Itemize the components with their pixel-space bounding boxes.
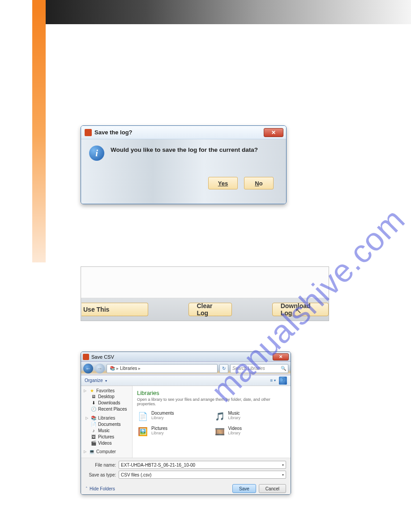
videos-icon: 🎞️ — [214, 426, 226, 438]
desktop-icon: 🖥 — [91, 394, 96, 399]
log-area — [81, 267, 329, 298]
view-mode-button[interactable]: ≡▾ — [269, 377, 277, 385]
dropdown-caret-icon: ▾ — [282, 473, 284, 477]
lib-icon: 📚 — [110, 366, 115, 371]
explorer-content: Libraries Open a library to see your fil… — [133, 386, 291, 458]
favorites-header[interactable]: ▷★ Favorites — [84, 388, 129, 393]
file-name-label: File name: — [86, 463, 116, 468]
dialog-message: Would you like to save the log for the c… — [111, 146, 258, 153]
content-heading: Libraries — [137, 390, 286, 396]
no-button[interactable]: No — [244, 177, 274, 189]
cursor-icon: ↖ — [295, 306, 302, 316]
pictures-icon: 🖼️ — [137, 426, 149, 438]
info-icon: i — [89, 146, 104, 161]
file-name-input[interactable]: EXT-UHDA-HBT2-S_06-21-16_10-00 ▾ — [119, 461, 286, 469]
sidebar-item-videos[interactable]: 🎬Videos — [84, 440, 129, 446]
organize-bar: Organize ▾ ≡▾ ? — [81, 375, 291, 386]
breadcrumb[interactable]: 📚 ▸ Libraries ▸ — [107, 364, 218, 373]
documents-icon: 📄 — [91, 421, 96, 427]
refresh-button[interactable]: ↻ — [219, 364, 228, 373]
libraries-header[interactable]: ▷📚 Libraries — [84, 415, 129, 421]
close-button[interactable]: ✕ — [264, 128, 283, 137]
sidebar-item-pictures[interactable]: 🖼Pictures — [84, 433, 129, 440]
save-csv-title: Save CSV — [91, 354, 273, 360]
music-icon: 🎵 — [214, 411, 226, 422]
library-item-music[interactable]: 🎵 MusicLibrary — [214, 411, 287, 422]
hide-folders-label: Hide Folders — [90, 486, 115, 491]
search-input[interactable]: Search Libraries 🔍 — [230, 364, 288, 373]
no-button-underline: N — [255, 180, 259, 187]
breadcrumb-caret: ▸ — [116, 366, 119, 371]
dropdown-caret-icon: ▾ — [282, 463, 284, 467]
sidebar-item-desktop[interactable]: 🖥Desktop — [84, 393, 129, 399]
app-icon — [85, 129, 92, 136]
downloads-icon: ⬇ — [91, 400, 96, 405]
search-placeholder: Search Libraries — [232, 366, 265, 371]
documents-icon: 📄 — [137, 411, 149, 422]
hide-folders-button[interactable]: ˄ Hide Folders — [86, 486, 115, 491]
star-icon: ★ — [89, 388, 94, 393]
close-button[interactable]: ✕ — [273, 353, 289, 360]
save-type-label: Save as type: — [86, 472, 116, 477]
library-item-documents[interactable]: 📄 DocumentsLibrary — [137, 411, 210, 422]
file-name-value: EXT-UHDA-HBT2-S_06-21-16_10-00 — [121, 463, 195, 468]
explorer-nav-bar: ← → 📚 ▸ Libraries ▸ ↻ Search Libraries 🔍 — [81, 362, 291, 375]
sidebar-item-documents[interactable]: 📄Documents — [84, 421, 129, 427]
favorites-label: Favorites — [96, 388, 115, 393]
save-csv-dialog: Save CSV ✕ ← → 📚 ▸ Libraries ▸ ↻ Search … — [81, 352, 291, 495]
save-button[interactable]: Save — [232, 484, 256, 493]
sidebar-item-music[interactable]: ♪Music — [84, 427, 129, 433]
sidebar-orange-strip — [32, 7, 46, 262]
nav-forward-button[interactable]: → — [95, 364, 105, 373]
yes-button[interactable]: Yes — [208, 177, 238, 189]
breadcrumb-caret: ▸ — [138, 366, 141, 371]
save-log-dialog: Save the log? ✕ i Would you like to save… — [81, 125, 287, 204]
organize-button[interactable]: Organize ▾ — [85, 378, 107, 383]
breadcrumb-label: Libraries — [120, 366, 137, 371]
help-icon[interactable]: ? — [279, 377, 287, 385]
libraries-icon: 📚 — [91, 415, 96, 420]
dialog-footer: ˄ Hide Folders Save Cancel — [81, 482, 291, 495]
chevron-up-icon: ˄ — [86, 486, 88, 491]
no-button-rest: o — [259, 180, 263, 187]
content-subheading: Open a library to see your files and arr… — [137, 397, 286, 406]
save-type-select[interactable]: CSV files (.csv) ▾ — [119, 471, 286, 479]
recent-icon: 🕘 — [91, 406, 96, 412]
cancel-button[interactable]: Cancel — [259, 484, 286, 493]
videos-icon: 🎬 — [91, 440, 96, 446]
search-icon: 🔍 — [281, 366, 286, 371]
dialog-titlebar: Save the log? ✕ — [81, 126, 286, 139]
computer-header[interactable]: ▷💻 Computer — [84, 449, 129, 454]
explorer-main: ▷★ Favorites 🖥Desktop ⬇Downloads 🕘Recent… — [81, 386, 291, 458]
save-type-value: CSV files (.csv) — [121, 472, 151, 477]
nav-back-button[interactable]: ← — [83, 364, 93, 373]
library-item-videos[interactable]: 🎞️ VideosLibrary — [214, 426, 287, 438]
clear-log-button[interactable]: Clear Log — [188, 303, 232, 316]
computer-icon: 💻 — [89, 449, 94, 454]
save-csv-titlebar: Save CSV ✕ — [81, 352, 291, 362]
explorer-sidebar: ▷★ Favorites 🖥Desktop ⬇Downloads 🕘Recent… — [81, 386, 133, 458]
use-this-button[interactable]: Use This — [81, 303, 148, 316]
yes-button-label: Yes — [218, 180, 228, 187]
music-icon: ♪ — [91, 428, 96, 433]
dialog-title: Save the log? — [94, 129, 264, 136]
sidebar-item-recent[interactable]: 🕘Recent Places — [84, 406, 129, 412]
log-toolbar-panel: Use This Clear Log Download Log ↖ — [81, 266, 329, 321]
header-gradient-bar — [32, 0, 411, 24]
pictures-icon: 🖼 — [91, 434, 96, 439]
library-item-pictures[interactable]: 🖼️ PicturesLibrary — [137, 426, 210, 438]
dialog-body: i Would you like to save the log for the… — [81, 139, 286, 204]
computer-label: Computer — [96, 449, 116, 454]
app-icon — [83, 354, 89, 360]
libraries-label: Libraries — [98, 416, 115, 420]
sidebar-item-downloads[interactable]: ⬇Downloads — [84, 399, 129, 406]
save-fields: File name: EXT-UHDA-HBT2-S_06-21-16_10-0… — [81, 458, 291, 482]
